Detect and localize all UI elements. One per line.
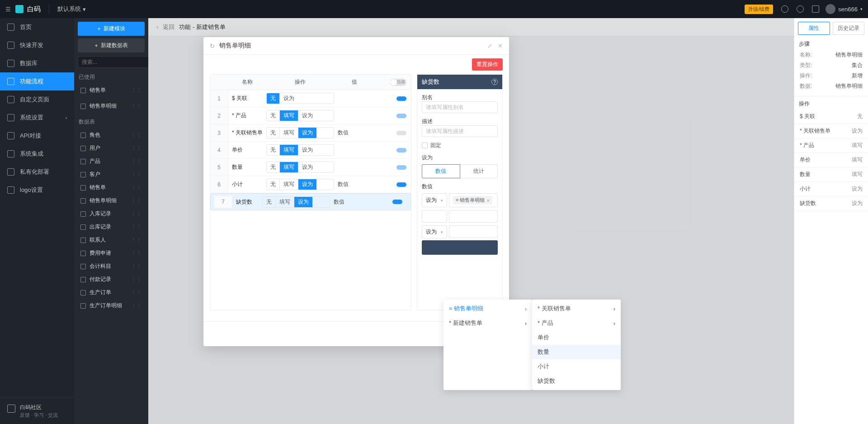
- system-selector[interactable]: 默认系统 ▾: [57, 5, 86, 13]
- user-menu[interactable]: sen666 ▾: [826, 4, 863, 14]
- cloud-icon[interactable]: [797, 5, 804, 13]
- upgrade-button[interactable]: 升级/续费: [745, 5, 773, 14]
- menu-toggle-icon[interactable]: ☰: [5, 6, 11, 13]
- brand-text: 白码: [27, 5, 41, 14]
- caret-down-icon: ▾: [83, 6, 86, 13]
- caret-down-icon: ▾: [860, 7, 863, 11]
- system-label: 默认系统: [57, 5, 81, 13]
- divider: [49, 4, 49, 14]
- topbar: ☰ 白码 默认系统 ▾ 升级/续费 sen666 ▾: [0, 0, 868, 18]
- play-icon[interactable]: [781, 5, 788, 13]
- username: sen666: [838, 6, 858, 13]
- brand-logo[interactable]: 白码: [15, 5, 41, 14]
- top-icons: [781, 5, 819, 13]
- logo-icon: [15, 5, 24, 13]
- avatar: [826, 4, 835, 14]
- help-icon[interactable]: [812, 5, 819, 13]
